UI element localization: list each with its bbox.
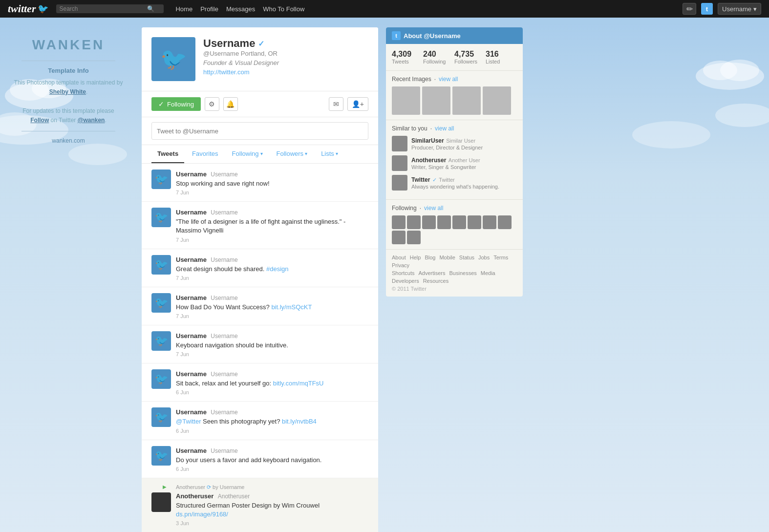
profile-bio: Founder & Visual Designer: [203, 59, 368, 66]
following-avatar-5[interactable]: [468, 215, 481, 229]
footer-resources[interactable]: Resources: [423, 278, 449, 284]
footer-businesses[interactable]: Businesses: [449, 270, 477, 276]
similar-name-row-2: Twitter ✓ Twitter: [411, 175, 499, 184]
svg-point-8: [703, 61, 737, 80]
tab-following[interactable]: Following▾: [226, 145, 269, 163]
image-thumb-0[interactable]: [392, 86, 420, 115]
image-thumb-2[interactable]: [452, 86, 481, 115]
footer-help[interactable]: Help: [410, 255, 421, 260]
tweet-link-3[interactable]: bit.ly/mSQcKT: [271, 303, 312, 311]
twitter-handle-link[interactable]: @wanken: [78, 117, 105, 124]
username-dropdown[interactable]: Username ▾: [718, 3, 761, 15]
tweet-input[interactable]: [151, 122, 368, 140]
tweet-link-8[interactable]: ds.pn/image/9168/: [176, 511, 228, 518]
profile-url[interactable]: http://twitter.com: [203, 68, 250, 76]
add-user-button[interactable]: 👤+: [347, 97, 368, 111]
message-button[interactable]: ✉: [329, 97, 343, 111]
tab-favorites[interactable]: Favorites: [186, 145, 224, 163]
view-all-images-link[interactable]: view all: [439, 76, 458, 83]
follow-link[interactable]: Follow: [30, 117, 49, 124]
person-settings-button[interactable]: ⚙: [205, 97, 219, 111]
tweet-text-3: How Bad Do You Want Success? bit.ly/mSQc…: [176, 303, 368, 312]
following-avatar-8[interactable]: [392, 231, 406, 244]
following-avatar-6[interactable]: [483, 215, 496, 229]
footer-media[interactable]: Media: [481, 270, 495, 276]
profile-avatar: 🐦: [151, 37, 195, 81]
tweet-input-area: [142, 117, 378, 145]
following-avatar-9[interactable]: [407, 231, 421, 244]
footer-shortcuts[interactable]: Shortcuts: [392, 270, 414, 276]
lists-arrow-icon: ▾: [336, 151, 338, 156]
search-input[interactable]: [59, 5, 147, 12]
similar-username-0: SimilarUser: [411, 137, 444, 144]
about-stats: 4,309 Tweets 240 Following 4,735 Followe…: [386, 44, 523, 71]
author-link[interactable]: Shelby White: [49, 88, 86, 95]
similar-label: Similar to you: [392, 125, 427, 132]
search-icon: 🔍: [147, 5, 154, 12]
tweet-username-3: Username: [176, 294, 207, 301]
view-all-following-link[interactable]: view all: [424, 205, 443, 212]
table-row: ▶ Anotheruser ⟳ by Username Anotheruser …: [142, 478, 378, 532]
tweet-avatar-2: 🐦: [151, 255, 171, 275]
similar-avatar-2: [392, 175, 407, 191]
tweet-bird-icon: 🐦: [155, 211, 168, 224]
avatar-bird-icon: 🐦: [160, 46, 187, 72]
similar-username-1: Anotheruser: [411, 157, 446, 164]
image-thumb-3[interactable]: [483, 86, 511, 115]
stat-followers-label: Followers: [454, 59, 486, 64]
footer-developers[interactable]: Developers: [392, 278, 419, 284]
similar-handle-1: Another User: [449, 157, 480, 163]
footer-about[interactable]: About: [392, 255, 406, 260]
profile-handle: @Username Portland, OR: [203, 50, 368, 57]
footer-privacy[interactable]: Privacy: [392, 262, 409, 268]
following-avatar-2[interactable]: [422, 215, 436, 229]
tweet-text-7: Do your users a favor and add keyboard n…: [176, 456, 368, 465]
tab-lists[interactable]: Lists▾: [315, 145, 344, 163]
tweet-handle-3: Username: [211, 295, 237, 301]
stat-listed-number: 316: [486, 50, 517, 59]
footer-jobs[interactable]: Jobs: [478, 255, 490, 260]
notification-button[interactable]: 🔔: [223, 97, 238, 111]
tab-tweets[interactable]: Tweets: [151, 145, 184, 163]
template-info-text: This Photoshop template is maintained by…: [10, 78, 127, 125]
tweet-link-6[interactable]: bit.ly/nvtbB4: [282, 418, 317, 425]
tab-followers[interactable]: Followers▾: [271, 145, 314, 163]
following-avatar-1[interactable]: [407, 215, 421, 229]
tweet-bird-icon: 🐦: [155, 297, 168, 309]
footer-advertisers[interactable]: Advertisers: [418, 270, 445, 276]
profile-header: 🐦 Username ✓ @Username Portland, OR Foun…: [142, 27, 378, 91]
footer-status[interactable]: Status: [459, 255, 474, 260]
tweet-link-5[interactable]: bitly.com/mqTFsU: [273, 380, 324, 387]
following-avatar-7[interactable]: [498, 215, 512, 229]
tweet-link-2[interactable]: #design: [266, 265, 289, 273]
image-thumb-1[interactable]: [422, 86, 450, 115]
footer-mobile[interactable]: Mobile: [439, 255, 455, 260]
footer-blog[interactable]: Blog: [425, 255, 435, 260]
following-button[interactable]: ✓ Following: [151, 97, 201, 111]
nav-right: ✏ t Username ▾: [683, 3, 761, 15]
compose-button[interactable]: ✏: [683, 3, 696, 15]
stat-listed-label: Listed: [486, 59, 517, 64]
view-all-similar-link[interactable]: view all: [435, 125, 454, 132]
nav-username: Username: [722, 5, 751, 13]
table-row: 🐦 Username Username Stop working and sav…: [142, 164, 378, 202]
nav-who-to-follow[interactable]: Who To Follow: [263, 5, 304, 13]
tweet-content-7: Username Username Do your users a favor …: [176, 446, 368, 472]
svg-point-10: [632, 121, 710, 149]
tweet-mention-6[interactable]: @Twitter: [176, 418, 201, 425]
footer-terms[interactable]: Terms: [493, 255, 508, 260]
nav-messages[interactable]: Messages: [226, 5, 255, 13]
list-item: SimilarUser Similar User Producer, Direc…: [392, 136, 517, 151]
nav-profile[interactable]: Profile: [200, 5, 218, 13]
recent-images-label: Recent Images: [392, 76, 431, 83]
main-content: 🐦 Username ✓ @Username Portland, OR Foun…: [142, 27, 523, 532]
table-row: 🐦 Username Username "The life of a desig…: [142, 202, 378, 249]
following-avatar-4[interactable]: [452, 215, 466, 229]
following-avatar-3[interactable]: [437, 215, 451, 229]
template-info-title: Template Info: [10, 67, 127, 74]
following-avatar-0[interactable]: [392, 215, 406, 229]
clouds-right: [632, 47, 769, 193]
tweet-bird-icon: 🐦: [155, 449, 168, 462]
nav-home[interactable]: Home: [175, 5, 192, 13]
wanken-link[interactable]: wanken.com: [10, 137, 127, 144]
